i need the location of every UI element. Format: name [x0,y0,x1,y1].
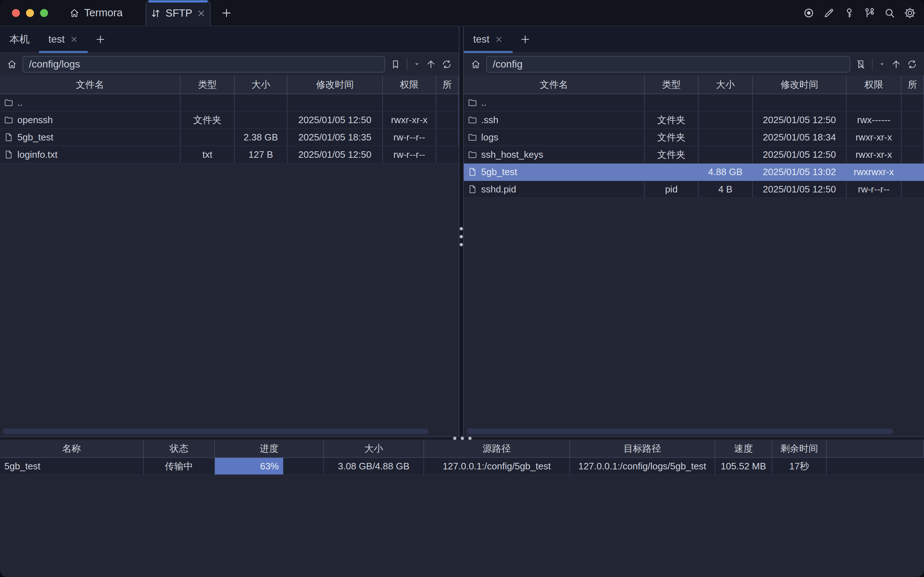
key-icon[interactable] [843,7,855,19]
tab-local-machine[interactable]: 本机 [0,26,39,52]
tab-termora[interactable]: Termora [69,7,123,19]
table-row[interactable]: .. [464,94,645,111]
home-icon[interactable] [6,59,17,70]
zoom-window-button[interactable] [40,9,48,17]
file-modified[interactable]: 2025/01/05 12:50 [287,146,383,164]
file-type[interactable] [645,164,698,181]
file-permissions[interactable]: rwx------ [847,111,901,129]
file-owner[interactable] [901,146,924,164]
right-path-input[interactable] [486,56,850,73]
transfer-column-target[interactable]: 目标路径 [570,440,715,458]
pane-splitter-vertical[interactable] [459,26,464,436]
file-type[interactable] [181,94,235,111]
go-up-icon[interactable] [891,59,901,70]
file-owner[interactable] [436,111,459,129]
file-modified[interactable]: 2025/01/05 12:50 [753,181,847,198]
file-size[interactable] [698,129,753,146]
column-header-name[interactable]: 文件名 [464,76,645,94]
column-header-permissions[interactable]: 权限 [383,76,436,94]
column-header-type[interactable]: 类型 [181,76,235,94]
file-size[interactable] [235,94,287,111]
file-owner[interactable] [901,164,924,181]
left-path-input[interactable] [23,56,385,73]
table-row[interactable]: .ssh [464,111,645,129]
tab-test-left-close-button[interactable] [70,35,78,44]
home-icon[interactable] [470,59,481,70]
file-size[interactable]: 4 B [698,181,753,198]
table-row[interactable]: openssh [0,111,181,129]
file-owner[interactable] [901,181,924,198]
tab-sftp[interactable]: SFTP [145,0,211,26]
tab-test-right[interactable]: test [464,26,513,52]
file-permissions[interactable]: rw-r--r-- [383,129,436,146]
table-row[interactable]: ssh_host_keys [464,146,645,164]
transfer-column-source[interactable]: 源路径 [424,440,570,458]
column-header-owner[interactable]: 所 [436,76,459,94]
file-modified[interactable]: 2025/01/05 12:50 [753,111,847,129]
file-owner[interactable] [901,129,924,146]
file-type[interactable]: 文件夹 [645,146,698,164]
file-type[interactable] [645,94,698,111]
file-owner[interactable] [436,129,459,146]
file-size[interactable]: 2.38 GB [235,129,287,146]
file-permissions[interactable]: rwxr-xr-x [847,129,901,146]
table-row[interactable]: .. [0,94,181,111]
go-up-icon[interactable] [426,59,436,70]
table-row[interactable]: 5gb_test [0,129,181,146]
column-header-size[interactable]: 大小 [698,76,753,94]
search-icon[interactable] [884,7,896,19]
chevron-down-icon[interactable] [879,61,886,68]
refresh-icon[interactable] [907,59,918,70]
file-type[interactable]: 文件夹 [645,111,698,129]
file-permissions[interactable] [383,94,436,111]
file-permissions[interactable]: rwxr-xr-x [847,146,901,164]
file-owner[interactable] [901,111,924,129]
column-header-modified[interactable]: 修改时间 [753,76,847,94]
file-type[interactable] [181,129,235,146]
file-size[interactable] [698,146,753,164]
file-modified[interactable]: 2025/01/05 18:35 [287,129,383,146]
refresh-icon[interactable] [442,59,452,70]
file-size[interactable]: 4.88 GB [698,164,753,181]
file-permissions[interactable] [847,94,901,111]
keychain-icon[interactable] [863,7,876,19]
file-permissions[interactable]: rwxrwxr-x [847,164,901,181]
file-modified[interactable]: 2025/01/05 13:02 [753,164,847,181]
tab-test-right-close-button[interactable] [495,35,503,44]
new-window-tab-button[interactable] [221,7,232,19]
edit-icon[interactable] [823,7,835,19]
file-size[interactable] [698,111,753,129]
transfer-column-progress[interactable]: 进度 [215,440,324,458]
file-permissions[interactable]: rwxr-xr-x [383,111,436,129]
file-modified[interactable] [287,94,383,111]
settings-gear-icon[interactable] [904,7,916,19]
right-new-tab-button[interactable] [513,26,538,52]
column-header-owner[interactable]: 所 [901,76,924,94]
tab-sftp-close-button[interactable] [197,9,206,18]
close-window-button[interactable] [12,9,20,17]
file-size[interactable]: 127 B [235,146,287,164]
file-type[interactable]: pid [645,181,698,198]
table-row[interactable]: loginfo.txt [0,146,181,164]
transfer-column-status[interactable]: 状态 [144,440,215,458]
transfer-column-remaining[interactable]: 剩余时间 [772,440,827,458]
transfer-splitter-horizontal[interactable] [0,436,924,440]
file-size[interactable] [235,111,287,129]
left-new-tab-button[interactable] [88,26,113,52]
minimize-window-button[interactable] [26,9,34,17]
file-size[interactable] [698,94,753,111]
chevron-down-icon[interactable] [413,61,421,68]
transfer-row-name[interactable]: 5gb_test [0,458,144,475]
file-type[interactable]: 文件夹 [181,111,235,129]
record-icon[interactable] [803,7,815,19]
bookmark-off-icon[interactable] [855,59,866,70]
transfer-column-size[interactable]: 大小 [324,440,424,458]
file-owner[interactable] [436,94,459,111]
file-modified[interactable]: 2025/01/05 12:50 [753,146,847,164]
file-modified[interactable] [753,94,847,111]
left-horizontal-scrollbar[interactable] [3,429,428,434]
column-header-type[interactable]: 类型 [645,76,698,94]
file-modified[interactable]: 2025/01/05 12:50 [287,111,383,129]
file-modified[interactable]: 2025/01/05 18:34 [753,129,847,146]
column-header-size[interactable]: 大小 [235,76,287,94]
